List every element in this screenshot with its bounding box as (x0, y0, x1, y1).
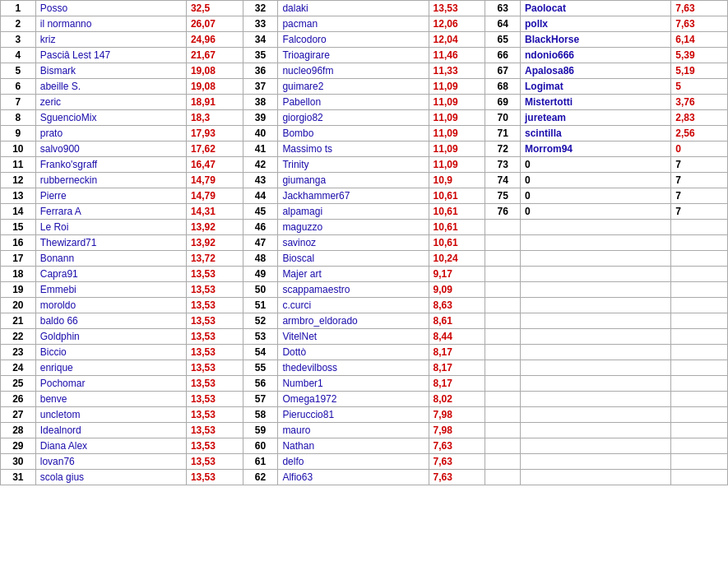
rank-col1: 3 (1, 32, 36, 48)
name-col3: BlackHorse (521, 32, 671, 48)
name-col2: Massimo ts (278, 142, 429, 157)
rank-col1: 2 (1, 16, 36, 32)
rank-col2: 60 (243, 438, 278, 454)
rank-col2: 34 (243, 32, 278, 48)
score-col2: 11,09 (429, 110, 485, 126)
name-col2: Bioscal (278, 251, 429, 267)
name-col2: VitelNet (278, 329, 429, 345)
score-col2: 12,06 (429, 16, 485, 32)
name-col1: Biccio (35, 345, 186, 360)
score-col3: 7 (671, 188, 728, 204)
rank-col2: 52 (243, 313, 278, 329)
name-col1: Franko'sgraff (35, 157, 186, 173)
name-col3: Apalosa86 (521, 63, 671, 79)
name-col2: c.curci (278, 298, 429, 313)
rank-col3: 71 (485, 126, 521, 142)
score-col1: 21,67 (186, 48, 243, 63)
rank-col3 (485, 360, 521, 376)
name-col1: kriz (35, 32, 186, 48)
rank-col1: 19 (1, 282, 36, 298)
rank-col3: 76 (485, 204, 521, 220)
rank-col2: 38 (243, 95, 278, 110)
score-col2: 7,63 (429, 438, 485, 454)
score-col3 (671, 251, 728, 267)
rank-col1: 10 (1, 142, 36, 157)
score-col2: 8,17 (429, 376, 485, 392)
name-col2: Alfio63 (278, 470, 429, 485)
rank-col1: 23 (1, 345, 36, 360)
rank-col2: 50 (243, 282, 278, 298)
rank-col3 (485, 438, 521, 454)
rank-col2: 40 (243, 126, 278, 142)
name-col1: baldo 66 (35, 313, 186, 329)
score-col3 (671, 282, 728, 298)
name-col2: armbro_eldorado (278, 313, 429, 329)
score-col2: 13,53 (429, 1, 485, 16)
score-col3: 5,19 (671, 63, 728, 79)
name-col1: Idealnord (35, 423, 186, 438)
rank-col3: 64 (485, 16, 521, 32)
rank-col2: 54 (243, 345, 278, 360)
rank-col1: 29 (1, 438, 36, 454)
name-col2: Majer art (278, 267, 429, 282)
rank-col2: 51 (243, 298, 278, 313)
name-col2: Pieruccio81 (278, 407, 429, 423)
rank-col1: 12 (1, 173, 36, 188)
score-col3 (671, 438, 728, 454)
name-col3 (521, 267, 671, 282)
name-col2: Bombo (278, 126, 429, 142)
name-col3 (521, 392, 671, 407)
rank-col3 (485, 298, 521, 313)
name-col3 (521, 438, 671, 454)
name-col1: benve (35, 392, 186, 407)
name-col1: zeric (35, 95, 186, 110)
score-col1: 24,96 (186, 32, 243, 48)
rank-col1: 9 (1, 126, 36, 142)
rank-col1: 4 (1, 48, 36, 63)
score-col3 (671, 235, 728, 251)
name-col1: Bonann (35, 251, 186, 267)
score-col3: 5 (671, 79, 728, 95)
name-col3 (521, 470, 671, 485)
score-col3 (671, 345, 728, 360)
score-col2: 8,44 (429, 329, 485, 345)
rank-col1: 30 (1, 454, 36, 470)
score-col2: 8,61 (429, 313, 485, 329)
rank-col2: 59 (243, 423, 278, 438)
score-col2: 7,63 (429, 470, 485, 485)
score-col2: 11,09 (429, 95, 485, 110)
name-col2: dalaki (278, 1, 429, 16)
name-col1: il normanno (35, 16, 186, 32)
rank-col1: 25 (1, 376, 36, 392)
rank-col3: 68 (485, 79, 521, 95)
score-col1: 19,08 (186, 63, 243, 79)
score-col3 (671, 360, 728, 376)
rank-col3 (485, 392, 521, 407)
name-col3: Paolocat (521, 1, 671, 16)
rank-col2: 44 (243, 188, 278, 204)
name-col3: 0 (521, 204, 671, 220)
rank-col3 (485, 423, 521, 438)
leaderboard-container: 1Posso32,532dalaki13,5363Paolocat7,632il… (0, 0, 728, 485)
name-col3: jureteam (521, 110, 671, 126)
rank-col3 (485, 267, 521, 282)
score-col3 (671, 423, 728, 438)
score-col1: 13,53 (186, 345, 243, 360)
name-col3: Mistertotti (521, 95, 671, 110)
rank-col1: 20 (1, 298, 36, 313)
name-col2: delfo (278, 454, 429, 470)
rank-col3 (485, 329, 521, 345)
name-col3: Morrom94 (521, 142, 671, 157)
rank-col2: 37 (243, 79, 278, 95)
score-col3 (671, 454, 728, 470)
rank-col3: 67 (485, 63, 521, 79)
rank-col2: 32 (243, 1, 278, 16)
score-col2: 8,02 (429, 392, 485, 407)
rank-col3: 66 (485, 48, 521, 63)
name-col2: maguzzo (278, 220, 429, 235)
score-col3 (671, 407, 728, 423)
name-col1: uncletom (35, 407, 186, 423)
score-col3: 7 (671, 204, 728, 220)
score-col1: 13,53 (186, 407, 243, 423)
name-col2: Jackhammer67 (278, 188, 429, 204)
